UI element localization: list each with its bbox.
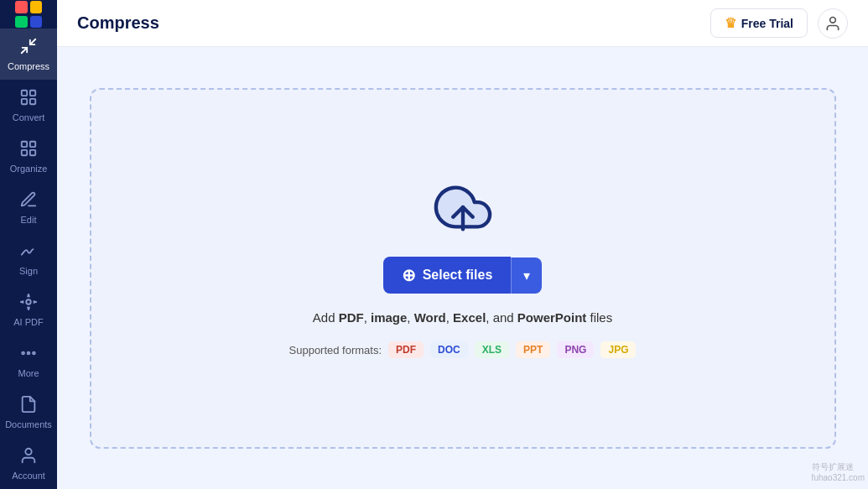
format-badge-png: PNG <box>557 341 594 358</box>
format-badge-xls: XLS <box>475 341 509 358</box>
sidebar-item-more[interactable]: More <box>0 336 57 387</box>
user-profile-button[interactable] <box>818 8 848 39</box>
sidebar-label-more: More <box>18 368 39 378</box>
sidebar-label-edit: Edit <box>21 215 37 225</box>
supported-formats-row: Supported formats: PDF DOC XLS PPT PNG J… <box>289 341 637 358</box>
svg-rect-3 <box>30 91 35 96</box>
format-badge-jpg: JPG <box>600 341 636 358</box>
free-trial-button[interactable]: ♛ Free Trial <box>710 8 808 38</box>
svg-line-0 <box>22 48 27 53</box>
convert-icon <box>19 88 38 109</box>
chevron-down-icon: ▾ <box>523 268 530 284</box>
more-icon <box>19 344 38 365</box>
plus-icon: ⊕ <box>402 267 416 284</box>
app-header: Compress ♛ Free Trial <box>57 0 868 47</box>
sidebar-label-sign: Sign <box>19 266 38 276</box>
account-icon <box>19 446 38 467</box>
sidebar-label-ai-pdf: AI PDF <box>13 317 43 327</box>
svg-rect-8 <box>22 150 27 155</box>
format-badge-pdf: PDF <box>388 341 424 358</box>
file-dropzone[interactable]: ⊕ Select files ▾ Add PDF, image, Word, E… <box>90 88 836 449</box>
app-logo <box>0 0 57 29</box>
sidebar-item-ai-pdf[interactable]: AI PDF <box>0 284 57 336</box>
sidebar-nav: Compress Convert <box>0 29 57 387</box>
free-trial-label: Free Trial <box>741 17 793 30</box>
page-title: Compress <box>77 13 159 33</box>
user-icon <box>824 15 841 32</box>
svg-point-12 <box>28 352 30 355</box>
svg-rect-2 <box>22 91 27 96</box>
main-content: Compress ♛ Free Trial <box>57 0 868 489</box>
sidebar-item-sign[interactable]: Sign <box>0 233 57 284</box>
sidebar: Compress Convert <box>0 0 57 489</box>
svg-point-10 <box>26 299 31 304</box>
select-files-row: ⊕ Select files ▾ <box>383 257 543 294</box>
sidebar-label-organize: Organize <box>10 164 48 174</box>
organize-icon <box>19 139 38 160</box>
sign-icon <box>19 242 38 263</box>
svg-line-1 <box>30 39 35 44</box>
sidebar-label-compress: Compress <box>8 61 49 71</box>
svg-rect-9 <box>30 150 35 155</box>
sidebar-label-documents: Documents <box>5 419 52 429</box>
add-files-description: Add PDF, image, Word, Excel, and PowerPo… <box>313 310 612 325</box>
select-files-dropdown-button[interactable]: ▾ <box>511 258 542 294</box>
select-files-button[interactable]: ⊕ Select files <box>383 257 512 294</box>
edit-icon <box>19 190 38 211</box>
format-badge-doc: DOC <box>430 341 468 358</box>
svg-rect-4 <box>22 99 27 104</box>
supported-formats-label: Supported formats: <box>289 344 382 356</box>
compress-icon <box>19 37 38 58</box>
header-actions: ♛ Free Trial <box>710 8 848 39</box>
documents-icon <box>19 395 38 416</box>
sidebar-item-organize[interactable]: Organize <box>0 131 57 182</box>
svg-point-15 <box>830 17 836 23</box>
svg-point-11 <box>22 352 24 355</box>
svg-point-13 <box>33 352 35 355</box>
ai-pdf-icon <box>19 293 38 314</box>
sidebar-label-account: Account <box>12 471 45 481</box>
svg-rect-6 <box>22 142 27 147</box>
sidebar-item-convert[interactable]: Convert <box>0 80 57 131</box>
sidebar-item-documents[interactable]: Documents <box>0 387 57 438</box>
crown-icon: ♛ <box>725 15 736 31</box>
format-badge-ppt: PPT <box>516 341 550 358</box>
select-files-label: Select files <box>423 268 493 283</box>
sidebar-item-compress[interactable]: Compress <box>0 29 57 80</box>
sidebar-item-account[interactable]: Account <box>0 438 57 489</box>
svg-point-14 <box>25 449 31 455</box>
svg-rect-7 <box>30 142 35 147</box>
sidebar-bottom: Documents Account <box>0 387 57 489</box>
upload-cloud-icon <box>434 178 492 240</box>
dropzone-container: ⊕ Select files ▾ Add PDF, image, Word, E… <box>57 47 868 489</box>
sidebar-label-convert: Convert <box>13 112 45 122</box>
sidebar-item-edit[interactable]: Edit <box>0 182 57 233</box>
svg-rect-5 <box>30 99 35 104</box>
